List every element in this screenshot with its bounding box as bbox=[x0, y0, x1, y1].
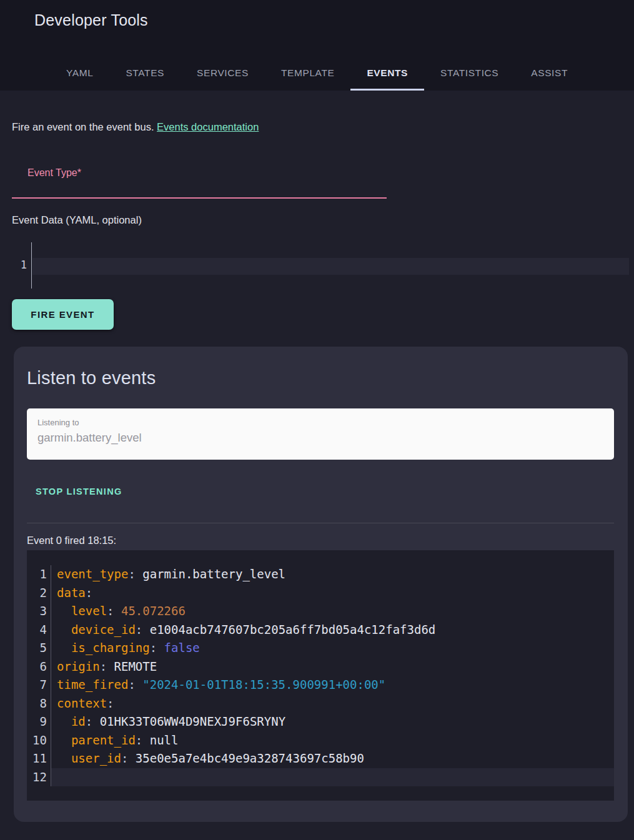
code-line: 1event_type: garmin.battery_level bbox=[27, 565, 614, 584]
event-type-field[interactable]: Event Type* bbox=[12, 167, 387, 199]
tab-yaml[interactable]: YAML bbox=[50, 56, 109, 91]
line-number: 1 bbox=[27, 565, 51, 584]
tab-bar: YAMLSTATESSERVICESTEMPLATEEVENTSSTATISTI… bbox=[0, 56, 634, 91]
line-number: 7 bbox=[27, 676, 51, 694]
line-content: data: bbox=[51, 584, 614, 603]
code-line: 3 level: 45.072266 bbox=[27, 602, 614, 621]
line-content: origin: REMOTE bbox=[51, 658, 614, 676]
code-line: 12 bbox=[27, 768, 614, 787]
line-content: device_id: e1004acb747607bc205a6ff7bd05a… bbox=[51, 621, 614, 640]
tab-services[interactable]: SERVICES bbox=[181, 56, 265, 91]
line-content bbox=[51, 768, 614, 787]
line-number: 5 bbox=[27, 639, 51, 658]
listen-card-title: Listen to events bbox=[27, 368, 614, 388]
event-fired-header: Event 0 fired 18:15: bbox=[27, 535, 614, 546]
line-number: 8 bbox=[27, 694, 51, 713]
events-documentation-link[interactable]: Events documentation bbox=[157, 121, 259, 132]
code-line: 7time_fired: "2024-01-01T18:15:35.900991… bbox=[27, 676, 614, 694]
tab-events[interactable]: EVENTS bbox=[350, 56, 424, 91]
tab-template[interactable]: TEMPLATE bbox=[265, 56, 350, 91]
line-number: 10 bbox=[27, 731, 51, 750]
code-line: 9 id: 01HK33T06WW4D9NEXJ9F6SRYNY bbox=[27, 713, 614, 731]
listening-to-input[interactable]: Listening to garmin.battery_level bbox=[27, 408, 614, 460]
line-content: is_charging: false bbox=[51, 639, 614, 658]
card-divider bbox=[27, 523, 614, 523]
stop-listening-button[interactable]: STOP LISTENING bbox=[36, 487, 122, 497]
code-line: 5 is_charging: false bbox=[27, 639, 614, 658]
line-content: event_type: garmin.battery_level bbox=[51, 565, 614, 584]
line-content: context: bbox=[51, 694, 614, 713]
tab-assist[interactable]: ASSIST bbox=[515, 56, 584, 91]
line-number: 2 bbox=[27, 584, 51, 603]
line-number: 4 bbox=[27, 621, 51, 640]
tab-statistics[interactable]: STATISTICS bbox=[424, 56, 515, 91]
event-data-editor[interactable]: 1 bbox=[0, 242, 634, 290]
event-data-label: Event Data (YAML, optional) bbox=[12, 214, 634, 226]
editor-line-number: 1 bbox=[21, 259, 27, 271]
code-line: 11 user_id: 35e0e5a7e4bc49e9a328743697c5… bbox=[27, 749, 614, 768]
code-line: 2data: bbox=[27, 584, 614, 603]
code-line: 6origin: REMOTE bbox=[27, 658, 614, 676]
fire-event-description: Fire an event on the event bus. Events d… bbox=[12, 121, 634, 133]
page-title: Developer Tools bbox=[0, 0, 634, 29]
event-yaml-view[interactable]: 1event_type: garmin.battery_level2data:3… bbox=[27, 550, 614, 801]
code-line: 8context: bbox=[27, 694, 614, 713]
line-number: 11 bbox=[27, 749, 51, 768]
fire-event-description-text: Fire an event on the event bus. bbox=[12, 121, 154, 132]
line-number: 12 bbox=[27, 768, 51, 787]
events-tab-panel: Fire an event on the event bus. Events d… bbox=[0, 121, 634, 822]
listen-events-card: Listen to events Listening to garmin.bat… bbox=[14, 347, 628, 822]
tab-states[interactable]: STATES bbox=[109, 56, 181, 91]
line-number: 3 bbox=[27, 602, 51, 621]
line-number: 9 bbox=[27, 713, 51, 731]
editor-gutter: 1 bbox=[0, 242, 32, 289]
line-content: parent_id: null bbox=[51, 731, 614, 750]
line-content: id: 01HK33T06WW4D9NEXJ9F6SRYNY bbox=[51, 713, 614, 731]
listening-to-label: Listening to bbox=[37, 418, 603, 427]
fire-event-button[interactable]: FIRE EVENT bbox=[12, 299, 114, 330]
listening-to-value: garmin.battery_level bbox=[37, 431, 603, 445]
line-content: level: 45.072266 bbox=[51, 602, 614, 621]
line-content: time_fired: "2024-01-01T18:15:35.900991+… bbox=[51, 676, 614, 694]
app-header: Developer Tools YAMLSTATESSERVICESTEMPLA… bbox=[0, 0, 634, 91]
line-number: 6 bbox=[27, 658, 51, 676]
code-line: 4 device_id: e1004acb747607bc205a6ff7bd0… bbox=[27, 621, 614, 640]
editor-active-line bbox=[32, 258, 629, 275]
line-content: user_id: 35e0e5a7e4bc49e9a328743697c58b9… bbox=[51, 749, 614, 768]
event-type-label: Event Type* bbox=[27, 167, 387, 179]
code-line: 10 parent_id: null bbox=[27, 731, 614, 750]
